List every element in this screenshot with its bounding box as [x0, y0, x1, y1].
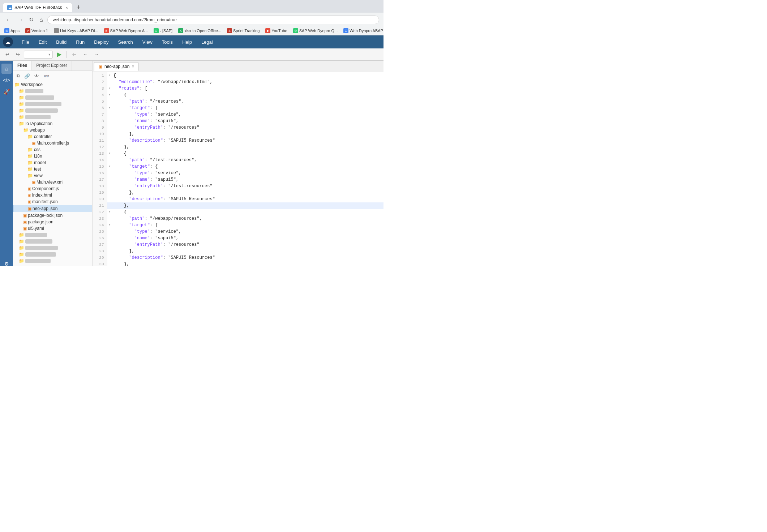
- blurred-item-3[interactable]: 📁: [13, 101, 92, 107]
- code-line: 17 "name": "sapui5",: [93, 176, 384, 183]
- bottom-folder-3-icon: 📁: [19, 245, 24, 250]
- line-number: 11: [93, 137, 107, 144]
- line-fold-icon: [107, 228, 112, 235]
- bookmark-apps[interactable]: ⊞ Apps: [4, 28, 20, 33]
- editor-tab-close-icon[interactable]: ×: [132, 64, 134, 69]
- iot-app-folder[interactable]: 📁 IoTApplication: [13, 120, 92, 127]
- menu-legal[interactable]: Legal: [197, 37, 217, 47]
- browser-tab-active[interactable]: ☁ SAP Web IDE Full-Stack ×: [3, 3, 72, 12]
- forward-button[interactable]: →: [16, 15, 25, 25]
- home-button[interactable]: ⌂: [38, 15, 44, 25]
- bottom-blurred-4[interactable]: 📁: [13, 251, 92, 258]
- reload-button[interactable]: ↻: [27, 15, 35, 25]
- blurred-item-5[interactable]: 📁: [13, 114, 92, 120]
- menu-items: File Edit Build Run Deploy Search View T…: [17, 37, 217, 47]
- model-folder[interactable]: 📁 model: [13, 159, 92, 166]
- blurred-item-1[interactable]: 📁: [13, 88, 92, 94]
- new-tab-button[interactable]: +: [74, 2, 83, 13]
- files-tab[interactable]: Files: [13, 61, 32, 70]
- bookmark-hotkeys[interactable]: → Hot Keys - ABAP Di...: [54, 28, 98, 33]
- pkg-lock-file[interactable]: ▣ package-lock.json: [13, 212, 92, 219]
- address-input[interactable]: [47, 16, 379, 24]
- code-line: 20 "description": "SAPUI5 Resources": [93, 196, 384, 202]
- bottom-blurred-5[interactable]: 📁: [13, 258, 92, 264]
- nav-prev-button[interactable]: ←: [80, 50, 90, 59]
- bookmark-web-dynpro[interactable]: G Web Dynpro ABAP: [343, 28, 383, 33]
- bookmark-youtube[interactable]: ▶ YouTube: [265, 28, 287, 33]
- nav-back-button[interactable]: ⇐: [70, 50, 79, 59]
- side-code-icon[interactable]: </>: [1, 75, 12, 85]
- file-toolbar-copy-btn[interactable]: ⧉: [15, 72, 21, 80]
- test-folder[interactable]: 📁 test: [13, 166, 92, 172]
- code-line: 5 "path": "/resources",: [93, 98, 384, 105]
- menu-file[interactable]: File: [17, 37, 34, 47]
- ui5yaml-file[interactable]: ▣ ui5.yaml: [13, 225, 92, 232]
- i18n-folder[interactable]: 📁 i18n: [13, 153, 92, 159]
- workspace-root[interactable]: 📁 Workspace: [13, 81, 92, 88]
- component-file-icon: ▣: [27, 186, 31, 191]
- menu-run[interactable]: Run: [72, 37, 89, 47]
- line-fold-icon[interactable]: ▾: [107, 105, 112, 111]
- editor-tab-neo-app[interactable]: ▣ neo-app.json ×: [94, 62, 139, 71]
- tab-close-button[interactable]: ×: [66, 5, 68, 10]
- menu-deploy[interactable]: Deploy: [90, 37, 113, 47]
- menu-build[interactable]: Build: [52, 37, 71, 47]
- manifest-file-icon: ▣: [27, 200, 31, 204]
- bookmark-sap-webdynpro-a[interactable]: B SAP Web Dynpro A...: [104, 28, 148, 33]
- menu-view[interactable]: View: [138, 37, 157, 47]
- bookmark-sap-q[interactable]: ⊙ SAP Web Dynpro Q...: [293, 28, 338, 33]
- project-explorer-tab[interactable]: Project Explorer: [32, 61, 72, 70]
- side-deploy-icon[interactable]: 🚀: [1, 87, 12, 97]
- controller-folder[interactable]: 📁 controller: [13, 133, 92, 140]
- bookmark-xlsx[interactable]: X xlsx to Open Office...: [178, 28, 221, 33]
- line-fold-icon[interactable]: ▾: [107, 92, 112, 98]
- main-view-file[interactable]: ▣ Main.view.xml: [13, 179, 92, 185]
- line-fold-icon[interactable]: ▾: [107, 85, 112, 92]
- logo-icon: ☁: [5, 39, 10, 45]
- bottom-blurred-2[interactable]: 📁: [13, 238, 92, 245]
- menu-edit[interactable]: Edit: [34, 37, 51, 47]
- index-file[interactable]: ▣ index.html: [13, 192, 92, 198]
- component-file[interactable]: ▣ Component.js: [13, 185, 92, 192]
- menu-help[interactable]: Help: [178, 37, 196, 47]
- css-folder[interactable]: 📁 css: [13, 146, 92, 153]
- nav-next-button[interactable]: →: [91, 50, 101, 59]
- bookmark-sprint[interactable]: S Sprint Tracking: [227, 28, 260, 33]
- pkg-file[interactable]: ▣ package.json: [13, 219, 92, 225]
- line-fold-icon[interactable]: ▾: [107, 209, 112, 215]
- line-content: "target": {: [112, 163, 384, 170]
- file-path-input[interactable]: ▾: [24, 51, 53, 59]
- file-toolbar: ⧉ 🔗 👁 👓: [13, 71, 92, 81]
- file-toolbar-preview-btn[interactable]: 👁: [33, 73, 40, 80]
- line-fold-icon[interactable]: ▾: [107, 72, 112, 79]
- blurred-item-2[interactable]: 📁: [13, 94, 92, 101]
- webapp-folder[interactable]: 📁 webapp: [13, 127, 92, 133]
- redo-button[interactable]: ↪: [13, 50, 22, 59]
- main-controller-file[interactable]: ▣ Main.controller.js: [13, 140, 92, 146]
- view-folder[interactable]: 📁 view: [13, 172, 92, 179]
- side-settings-icon[interactable]: ⚙: [1, 259, 12, 266]
- menu-search[interactable]: Search: [114, 37, 137, 47]
- editor-content[interactable]: 1▾{2 "welcomeFile": "/webapp/index.html"…: [93, 72, 384, 266]
- bookmark-sap-portal[interactable]: ⊙ - [SAP]: [154, 28, 172, 33]
- manifest-file[interactable]: ▣ manifest.json: [13, 198, 92, 205]
- file-toolbar-link-btn[interactable]: 🔗: [23, 73, 31, 80]
- line-fold-icon[interactable]: ▾: [107, 222, 112, 228]
- neo-app-file[interactable]: ▣ neo-app.json: [13, 205, 92, 212]
- back-button[interactable]: ←: [4, 15, 13, 25]
- sap-a-icon: B: [104, 28, 109, 33]
- bottom-blurred-1[interactable]: 📁: [13, 232, 92, 238]
- file-toolbar-watch-btn[interactable]: 👓: [42, 73, 51, 80]
- line-fold-icon[interactable]: ▾: [107, 150, 112, 157]
- line-fold-icon[interactable]: ▾: [107, 163, 112, 170]
- blurred-item-4[interactable]: 📁: [13, 107, 92, 114]
- line-number: 23: [93, 215, 107, 222]
- webapp-folder-icon: 📁: [23, 128, 29, 133]
- bookmark-version1[interactable]: V Version 1: [25, 28, 48, 33]
- undo-button[interactable]: ↩: [3, 50, 12, 59]
- menu-tools[interactable]: Tools: [158, 37, 177, 47]
- i18n-label: i18n: [34, 154, 42, 159]
- run-button[interactable]: ▶: [54, 50, 64, 59]
- side-home-icon[interactable]: ⌂: [1, 64, 12, 74]
- bottom-blurred-3[interactable]: 📁: [13, 245, 92, 251]
